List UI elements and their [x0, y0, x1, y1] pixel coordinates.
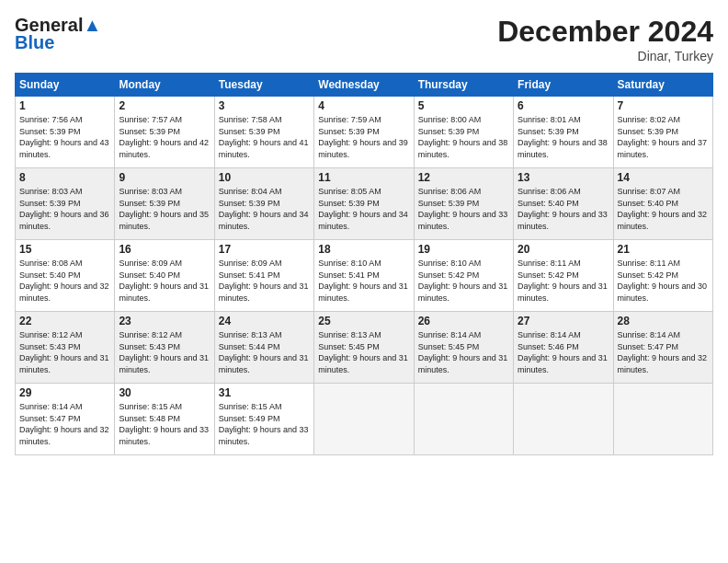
day-info: Sunrise: 8:05 AM Sunset: 5:39 PM Dayligh…	[318, 186, 409, 232]
calendar-table: Sunday Monday Tuesday Wednesday Thursday…	[15, 73, 713, 455]
table-row: 2 Sunrise: 7:57 AM Sunset: 5:39 PM Dayli…	[115, 97, 214, 168]
col-wednesday: Wednesday	[314, 74, 414, 97]
day-info: Sunrise: 8:15 AM Sunset: 5:48 PM Dayligh…	[119, 401, 210, 447]
table-row: 6 Sunrise: 8:01 AM Sunset: 5:39 PM Dayli…	[514, 97, 613, 168]
day-info: Sunrise: 8:07 AM Sunset: 5:40 PM Dayligh…	[618, 186, 709, 232]
day-info: Sunrise: 8:14 AM Sunset: 5:47 PM Dayligh…	[618, 329, 709, 375]
day-info: Sunrise: 8:10 AM Sunset: 5:42 PM Dayligh…	[418, 258, 509, 304]
table-row: 22 Sunrise: 8:12 AM Sunset: 5:43 PM Dayl…	[16, 312, 115, 384]
day-number: 6	[518, 99, 609, 112]
day-info: Sunrise: 8:13 AM Sunset: 5:45 PM Dayligh…	[318, 329, 409, 375]
logo: General▲ Blue	[15, 15, 101, 53]
table-row: 28 Sunrise: 8:14 AM Sunset: 5:47 PM Dayl…	[613, 312, 712, 384]
day-number: 19	[418, 243, 509, 256]
table-row: 20 Sunrise: 8:11 AM Sunset: 5:42 PM Dayl…	[514, 240, 613, 312]
calendar-header-row: Sunday Monday Tuesday Wednesday Thursday…	[16, 74, 713, 97]
day-info: Sunrise: 8:09 AM Sunset: 5:41 PM Dayligh…	[219, 258, 310, 304]
location-subtitle: Dinar, Turkey	[497, 49, 713, 63]
day-number: 4	[318, 99, 409, 112]
day-number: 18	[318, 243, 409, 256]
title-block: December 2024 Dinar, Turkey	[497, 15, 713, 63]
calendar-week-row: 15 Sunrise: 8:08 AM Sunset: 5:40 PM Dayl…	[16, 240, 713, 312]
day-info: Sunrise: 8:04 AM Sunset: 5:39 PM Dayligh…	[219, 186, 310, 232]
table-row: 17 Sunrise: 8:09 AM Sunset: 5:41 PM Dayl…	[214, 240, 313, 312]
table-row: 11 Sunrise: 8:05 AM Sunset: 5:39 PM Dayl…	[314, 168, 414, 240]
table-row: 8 Sunrise: 8:03 AM Sunset: 5:39 PM Dayli…	[16, 168, 115, 240]
table-row: 24 Sunrise: 8:13 AM Sunset: 5:44 PM Dayl…	[214, 312, 313, 384]
col-monday: Monday	[115, 74, 214, 97]
col-thursday: Thursday	[414, 74, 513, 97]
table-row: 25 Sunrise: 8:13 AM Sunset: 5:45 PM Dayl…	[314, 312, 414, 384]
day-info: Sunrise: 8:15 AM Sunset: 5:49 PM Dayligh…	[219, 401, 310, 447]
table-row	[414, 384, 513, 455]
table-row: 14 Sunrise: 8:07 AM Sunset: 5:40 PM Dayl…	[613, 168, 712, 240]
day-number: 23	[119, 315, 210, 327]
day-info: Sunrise: 8:11 AM Sunset: 5:42 PM Dayligh…	[618, 258, 709, 304]
day-info: Sunrise: 8:11 AM Sunset: 5:42 PM Dayligh…	[518, 258, 609, 304]
col-friday: Friday	[514, 74, 613, 97]
day-info: Sunrise: 8:14 AM Sunset: 5:47 PM Dayligh…	[19, 401, 110, 447]
table-row: 23 Sunrise: 8:12 AM Sunset: 5:43 PM Dayl…	[115, 312, 214, 384]
day-number: 17	[219, 243, 310, 256]
day-info: Sunrise: 8:08 AM Sunset: 5:40 PM Dayligh…	[19, 258, 110, 304]
col-sunday: Sunday	[16, 74, 115, 97]
day-number: 12	[418, 171, 509, 184]
table-row: 16 Sunrise: 8:09 AM Sunset: 5:40 PM Dayl…	[115, 240, 214, 312]
table-row: 15 Sunrise: 8:08 AM Sunset: 5:40 PM Dayl…	[16, 240, 115, 312]
table-row: 27 Sunrise: 8:14 AM Sunset: 5:46 PM Dayl…	[514, 312, 613, 384]
table-row: 29 Sunrise: 8:14 AM Sunset: 5:47 PM Dayl…	[16, 384, 115, 455]
day-number: 29	[19, 386, 110, 399]
calendar-week-row: 22 Sunrise: 8:12 AM Sunset: 5:43 PM Dayl…	[16, 312, 713, 384]
day-number: 22	[19, 315, 110, 327]
table-row: 5 Sunrise: 8:00 AM Sunset: 5:39 PM Dayli…	[414, 97, 513, 168]
day-info: Sunrise: 8:02 AM Sunset: 5:39 PM Dayligh…	[618, 114, 709, 160]
day-number: 8	[19, 171, 110, 184]
table-row: 4 Sunrise: 7:59 AM Sunset: 5:39 PM Dayli…	[314, 97, 414, 168]
day-info: Sunrise: 8:01 AM Sunset: 5:39 PM Dayligh…	[518, 114, 609, 160]
table-row: 30 Sunrise: 8:15 AM Sunset: 5:48 PM Dayl…	[115, 384, 214, 455]
calendar-week-row: 1 Sunrise: 7:56 AM Sunset: 5:39 PM Dayli…	[16, 97, 713, 168]
table-row: 9 Sunrise: 8:03 AM Sunset: 5:39 PM Dayli…	[115, 168, 214, 240]
day-number: 9	[119, 171, 210, 184]
col-saturday: Saturday	[613, 74, 712, 97]
day-info: Sunrise: 8:03 AM Sunset: 5:39 PM Dayligh…	[19, 186, 110, 232]
table-row	[314, 384, 414, 455]
table-row	[514, 384, 613, 455]
day-number: 27	[518, 315, 609, 327]
day-number: 5	[418, 99, 509, 112]
day-info: Sunrise: 7:59 AM Sunset: 5:39 PM Dayligh…	[318, 114, 409, 160]
day-number: 13	[518, 171, 609, 184]
logo-blue: Blue	[15, 32, 54, 53]
day-number: 28	[618, 315, 709, 327]
table-row: 10 Sunrise: 8:04 AM Sunset: 5:39 PM Dayl…	[214, 168, 313, 240]
day-info: Sunrise: 8:03 AM Sunset: 5:39 PM Dayligh…	[119, 186, 210, 232]
day-info: Sunrise: 8:12 AM Sunset: 5:43 PM Dayligh…	[119, 329, 210, 375]
day-info: Sunrise: 8:09 AM Sunset: 5:40 PM Dayligh…	[119, 258, 210, 304]
day-number: 26	[418, 315, 509, 327]
day-info: Sunrise: 8:10 AM Sunset: 5:41 PM Dayligh…	[318, 258, 409, 304]
day-info: Sunrise: 8:14 AM Sunset: 5:45 PM Dayligh…	[418, 329, 509, 375]
day-info: Sunrise: 7:56 AM Sunset: 5:39 PM Dayligh…	[19, 114, 110, 160]
table-row: 26 Sunrise: 8:14 AM Sunset: 5:45 PM Dayl…	[414, 312, 513, 384]
day-number: 2	[119, 99, 210, 112]
day-number: 1	[19, 99, 110, 112]
day-info: Sunrise: 8:13 AM Sunset: 5:44 PM Dayligh…	[219, 329, 310, 375]
table-row: 19 Sunrise: 8:10 AM Sunset: 5:42 PM Dayl…	[414, 240, 513, 312]
day-info: Sunrise: 7:58 AM Sunset: 5:39 PM Dayligh…	[219, 114, 310, 160]
day-info: Sunrise: 8:06 AM Sunset: 5:39 PM Dayligh…	[418, 186, 509, 232]
day-info: Sunrise: 8:12 AM Sunset: 5:43 PM Dayligh…	[19, 329, 110, 375]
day-info: Sunrise: 8:00 AM Sunset: 5:39 PM Dayligh…	[418, 114, 509, 160]
day-number: 30	[119, 386, 210, 399]
day-number: 3	[219, 99, 310, 112]
day-info: Sunrise: 7:57 AM Sunset: 5:39 PM Dayligh…	[119, 114, 210, 160]
day-number: 16	[119, 243, 210, 256]
table-row: 18 Sunrise: 8:10 AM Sunset: 5:41 PM Dayl…	[314, 240, 414, 312]
calendar-week-row: 29 Sunrise: 8:14 AM Sunset: 5:47 PM Dayl…	[16, 384, 713, 455]
day-number: 20	[518, 243, 609, 256]
table-row: 7 Sunrise: 8:02 AM Sunset: 5:39 PM Dayli…	[613, 97, 712, 168]
day-number: 10	[219, 171, 310, 184]
day-info: Sunrise: 8:06 AM Sunset: 5:40 PM Dayligh…	[518, 186, 609, 232]
table-row	[613, 384, 712, 455]
table-row: 12 Sunrise: 8:06 AM Sunset: 5:39 PM Dayl…	[414, 168, 513, 240]
calendar-week-row: 8 Sunrise: 8:03 AM Sunset: 5:39 PM Dayli…	[16, 168, 713, 240]
